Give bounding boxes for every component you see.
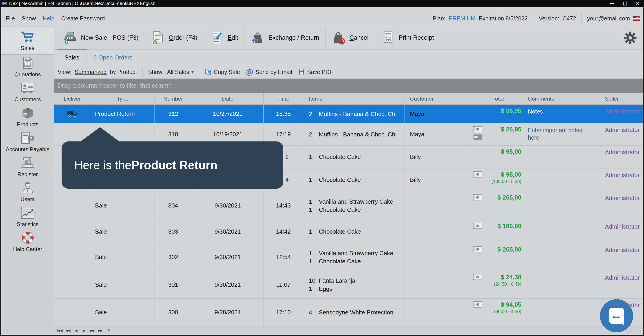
view-by-product-link[interactable]: by Product <box>110 69 137 75</box>
chat-bubble-button[interactable] <box>600 299 633 332</box>
action-send-by-email[interactable]: @Send by Email <box>246 68 292 75</box>
pagination-bar: |◀◀◀◀◀▶▶▶▶▶|↷ <box>54 326 643 335</box>
item-name: Sensodyne White Protection <box>319 309 393 316</box>
column-header-seller[interactable]: Seller <box>603 93 643 104</box>
payment-icons <box>473 223 483 229</box>
table-row[interactable]: Sale3009/28/202117:104Sensodyne White Pr… <box>54 299 643 326</box>
svg-text:0,00: 0,00 <box>27 158 31 160</box>
item-line: 4Sensodyne White Protection <box>309 308 393 317</box>
total-amounts: $ 265,00 <box>498 194 521 201</box>
sidebar-item-register[interactable]: 0,00Register <box>1 154 54 179</box>
cell-number: 304 <box>154 191 192 220</box>
banknote-icon <box>473 194 482 200</box>
table-row[interactable]: Sale3029/30/202112:541Vanilla and Strawb… <box>54 243 643 271</box>
tab-sales[interactable]: Sales <box>57 49 87 65</box>
bag-cancel-icon <box>332 31 346 45</box>
toolbar-new-sale-pos-f3[interactable]: New Sale - POS (F3) <box>57 28 145 48</box>
cell-seller: Administrator <box>603 105 643 123</box>
cell-total: $ 94,05(90,00 - 4,50) <box>470 299 526 326</box>
close-button[interactable]: ✕ <box>631 0 644 7</box>
item-line: 1Eggs <box>309 285 355 293</box>
cell-total: $ 24,30(24,50 - 0,49) <box>470 271 526 298</box>
column-header-customer[interactable]: Customer <box>404 93 470 104</box>
total-amounts: $ 95,00(100,00 - 5,00) <box>492 171 521 184</box>
column-header-total[interactable]: Total <box>470 93 526 104</box>
sidebar-item-label: Quotations <box>14 71 41 78</box>
table-row[interactable]: Product Return31210/27/202116:352Muffins… <box>54 105 643 123</box>
table-row[interactable]: Sale3049/30/202114:431Vanilla and Strawb… <box>54 191 643 220</box>
banknote-icon <box>473 171 482 178</box>
cell-time: 14:42 <box>264 220 303 243</box>
divider <box>142 67 143 77</box>
table-row[interactable]: Sale3019/30/202111:0710Fanta Laranja1Egg… <box>54 271 643 299</box>
sidebar-item-users[interactable]: Users <box>1 179 54 204</box>
action-copy-sale[interactable]: Copy Sale <box>205 68 240 75</box>
show-filter-dropdown[interactable]: All Sales ▾ <box>167 69 194 75</box>
cell-type: Sale <box>91 243 154 271</box>
column-header-deliver[interactable]: Deliver <box>54 93 91 104</box>
menu-show[interactable]: Show <box>18 14 39 23</box>
divider <box>582 13 582 24</box>
cell-date: 10/27/2021 <box>192 105 264 123</box>
sidebar-item-statistics[interactable]: Statistics <box>1 204 54 229</box>
toolbar: New Sale - POS (F3)Order (F4)EditExchang… <box>54 26 643 50</box>
action-save-pdf[interactable]: Save PDF <box>298 68 333 75</box>
sidebar-item-help-center[interactable]: Help Center <box>1 229 54 254</box>
toolbar-edit[interactable]: Edit <box>204 28 245 48</box>
menu-file[interactable]: File <box>2 14 18 23</box>
titlebar: Nex | NexAdmin | EN | admin | C:\Users\N… <box>0 0 644 7</box>
sidebar-item-products[interactable]: Products <box>1 104 54 129</box>
sidebar-item-sales[interactable]: Sales <box>1 27 54 54</box>
menu-create-password[interactable]: Create Password <box>58 14 108 23</box>
payment-icons <box>473 171 483 178</box>
cell-total: $ 265,00 <box>470 243 526 271</box>
menu-help[interactable]: Help <box>39 14 58 23</box>
toolbar-print-receipt[interactable]: $$$Print Receipt <box>375 28 440 48</box>
column-header-time[interactable]: Time <box>264 93 303 104</box>
minimize-button[interactable] <box>606 0 618 7</box>
total-amount: $ 24,30 <box>494 274 521 281</box>
tab-6-open-orders[interactable]: 6 Open Orders <box>87 50 139 65</box>
pager-fast-rewind-button[interactable]: ◀◀ <box>64 327 72 334</box>
cell-deliver <box>54 191 91 220</box>
column-header-type[interactable]: Type <box>91 93 154 104</box>
cell-items: 2Muffins - Banana & Choc. Chi <box>303 105 404 123</box>
sidebar-item-customers[interactable]: Customers <box>1 79 54 104</box>
settings-gear-button[interactable] <box>624 31 637 44</box>
pager-next-button[interactable]: ▶ <box>80 327 88 334</box>
cell-comments <box>526 243 603 271</box>
pager-refresh-button[interactable]: ↷ <box>105 327 112 334</box>
document-edit-icon <box>210 31 224 45</box>
tab-bar: Sales6 Open Orders <box>54 49 643 65</box>
pager-previous-button[interactable]: ◀ <box>72 327 80 334</box>
table-row[interactable]: Sale3039/30/202114:421Chocolate Cake$ 10… <box>54 220 643 243</box>
pager-last-button[interactable]: ▶▶| <box>97 327 104 334</box>
shopping-cart-icon <box>21 30 34 43</box>
view-summarized-link[interactable]: Summarized <box>75 69 106 75</box>
filter-drop-zone[interactable]: Drag a column header to filter that colu… <box>54 78 643 93</box>
item-line: 1Chocolate Cake <box>309 206 393 214</box>
total-amount: $ 26,95 <box>501 126 521 133</box>
cell-deliver <box>54 271 91 298</box>
account-email[interactable]: your@email.com <box>587 15 630 22</box>
toolbar-cancel[interactable]: Cancel <box>326 28 375 48</box>
maximize-button[interactable] <box>618 0 631 7</box>
toolbar-exchange-return[interactable]: Exchange / Return <box>244 28 326 48</box>
us-flag-icon[interactable] <box>633 16 640 21</box>
toolbar-label: Edit <box>228 34 238 41</box>
pager-fast-forward-button[interactable]: ▶▶ <box>88 327 96 334</box>
column-header-items[interactable]: Items <box>303 93 404 104</box>
cell-number: 302 <box>154 243 192 271</box>
column-header-number[interactable]: Number <box>154 93 192 104</box>
cell-items: 2Muffins - Banana & Choc. Chi <box>303 123 404 145</box>
toolbar-label: Cancel <box>350 34 368 41</box>
cell-date: 9/28/2021 <box>192 299 264 326</box>
pager-first-button[interactable]: |◀◀ <box>56 327 64 334</box>
column-header-date[interactable]: Date <box>192 93 264 104</box>
menu-items: FileShowHelpCreate Password <box>2 14 108 23</box>
column-header-comments[interactable]: Comments <box>526 93 603 104</box>
toolbar-order-f4[interactable]: Order (F4) <box>145 28 204 48</box>
sidebar-item-accounts-payable[interactable]: $Accounts Payable <box>1 129 54 154</box>
sidebar-item-quotations[interactable]: Quotations <box>1 54 54 79</box>
item-qty: 2 <box>309 110 319 118</box>
